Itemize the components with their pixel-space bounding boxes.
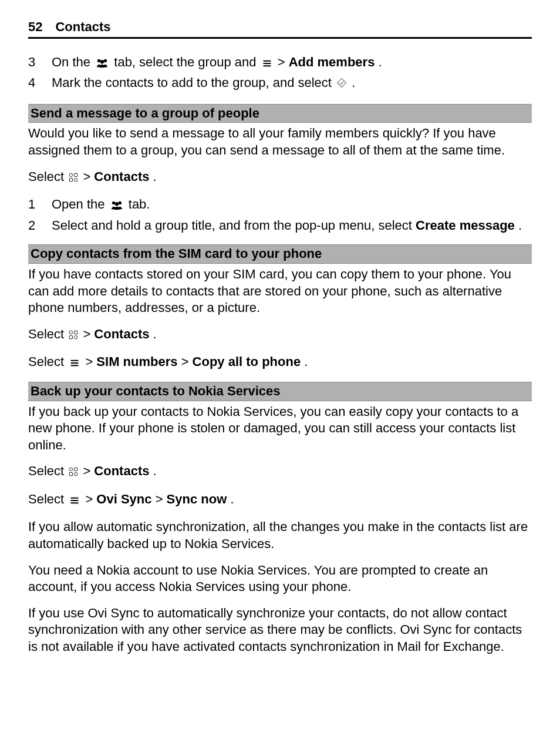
step-3: 3 On the tab, select the group and > Add… — [28, 54, 532, 73]
step-1: 1 Open the tab. — [28, 196, 532, 215]
group-icon — [109, 198, 124, 215]
step-2: 2 Select and hold a group title, and fro… — [28, 217, 532, 234]
select-line: Select > Contacts . — [28, 463, 532, 482]
step-number: 2 — [28, 217, 52, 234]
apps-icon — [68, 465, 79, 482]
page-title: Contacts — [55, 19, 110, 36]
step-text: Mark the contacts to add to the group, a… — [52, 75, 355, 93]
step-text: Select and hold a group title, and from … — [52, 217, 522, 234]
step-4: 4 Mark the contacts to add to the group,… — [28, 75, 532, 93]
section-paragraph: Would you like to send a message to all … — [28, 125, 532, 159]
menu-icon — [68, 355, 81, 372]
intro-steps: 3 On the tab, select the group and > Add… — [28, 54, 532, 93]
menu-icon — [261, 56, 274, 73]
sec1-steps: 1 Open the tab. 2 Select and hold a grou… — [28, 196, 532, 234]
group-icon — [95, 56, 110, 73]
select-line: Select > Contacts . — [28, 326, 532, 345]
confirm-icon — [336, 76, 348, 93]
step-number: 4 — [28, 75, 52, 93]
section-heading-copy-sim: Copy contacts from the SIM card to your … — [28, 244, 532, 264]
apps-icon — [68, 170, 79, 187]
manual-page: 52 Contacts 3 On the tab, select the gro… — [0, 0, 560, 693]
section-paragraph: If you have contacts stored on your SIM … — [28, 266, 532, 317]
section-paragraph: If you use Ovi Sync to automatically syn… — [28, 605, 532, 656]
section-paragraph: If you back up your contacts to Nokia Se… — [28, 404, 532, 454]
page-number: 52 — [28, 19, 42, 36]
section-paragraph: If you allow automatic synchronization, … — [28, 519, 532, 552]
menu-icon — [68, 493, 81, 510]
section-paragraph: You need a Nokia account to use Nokia Se… — [28, 562, 532, 596]
section-heading-backup: Back up your contacts to Nokia Services — [28, 382, 532, 401]
select-line: Select > Ovi Sync > Sync now . — [28, 491, 532, 510]
step-number: 1 — [28, 196, 52, 215]
apps-icon — [68, 328, 79, 345]
section-heading-send-message: Send a message to a group of people — [28, 104, 532, 123]
select-line: Select > SIM numbers > Copy all to phone… — [28, 354, 532, 372]
select-line: Select > Contacts . — [28, 169, 532, 187]
step-number: 3 — [28, 54, 52, 73]
page-header: 52 Contacts — [28, 19, 532, 39]
step-text: Open the tab. — [52, 196, 150, 215]
step-text: On the tab, select the group and > Add m… — [52, 54, 382, 73]
